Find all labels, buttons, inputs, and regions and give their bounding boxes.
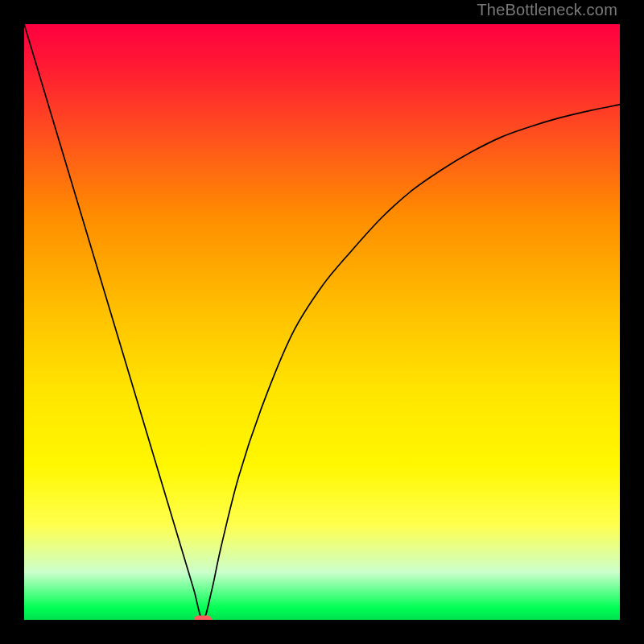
chart-container (24, 24, 620, 620)
minimum-marker (194, 616, 212, 621)
watermark-text: TheBottleneck.com (477, 1, 617, 19)
bottleneck-curve (24, 24, 620, 620)
plot-area (24, 24, 620, 620)
curve-svg (24, 24, 620, 620)
